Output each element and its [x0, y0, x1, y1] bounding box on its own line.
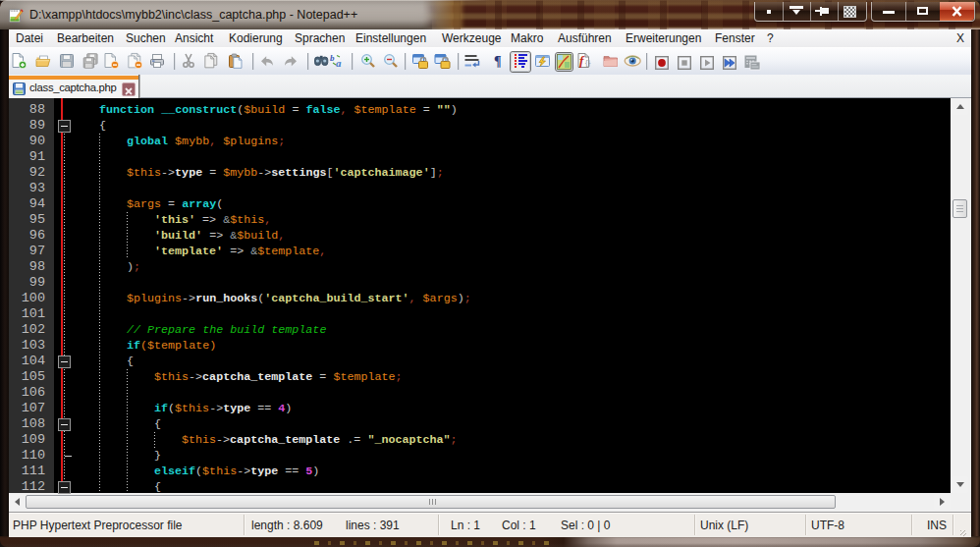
svg-text:b: b	[330, 53, 335, 63]
svg-text:a: a	[336, 57, 342, 69]
svg-text:{}: {}	[585, 58, 591, 67]
svg-text:¶: ¶	[494, 54, 502, 69]
